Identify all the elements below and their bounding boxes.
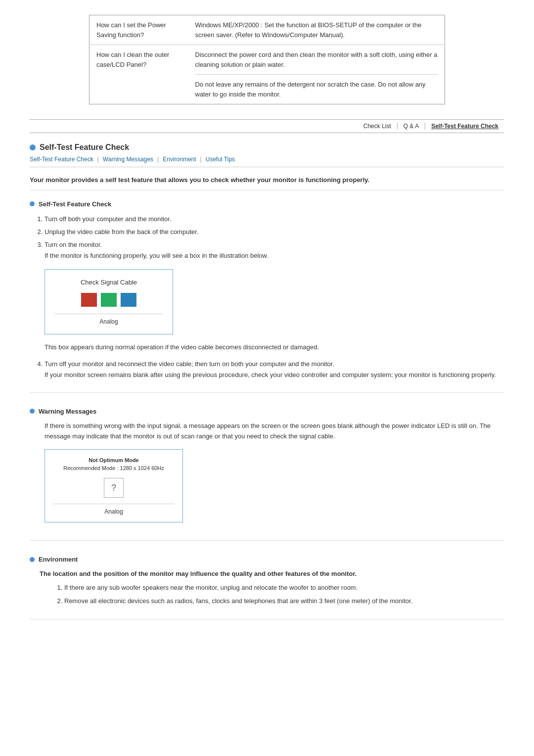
main-section-title: Self-Test Feature Check <box>30 143 504 152</box>
sub-nav-warning[interactable]: Warning Messages <box>103 156 153 163</box>
nav-item-selftest[interactable]: Self-Test Feature Check <box>425 123 504 130</box>
intro-text: Your monitor provides a self test featur… <box>30 175 504 190</box>
signal-box-title: Check Signal Cable <box>55 279 163 286</box>
small-dot-icon <box>30 201 35 206</box>
faq-table: How can I set the Power Saving function?… <box>89 15 445 104</box>
warning-box-footer: Analog <box>53 504 175 515</box>
faq-answer-2: Disconnect the power cord and then clean… <box>188 45 445 104</box>
self-test-steps: Turn off both your computer and the moni… <box>30 214 504 261</box>
signal-box-footer: Analog <box>55 314 163 325</box>
signal-cable-box: Check Signal Cable Analog <box>44 269 173 334</box>
self-test-title: Self-Test Feature Check <box>30 200 504 208</box>
self-test-step4-list: Turn off your monitor and reconnect the … <box>30 359 504 380</box>
blue-block <box>121 293 136 307</box>
warning-title: Warning Messages <box>30 408 504 415</box>
sub-nav-environment[interactable]: Environment <box>163 156 196 163</box>
warning-description: If there is something wrong with the inp… <box>44 421 504 442</box>
faq-question-1: How can I set the Power Saving function? <box>89 15 188 45</box>
signal-note: This box appears during normal operation… <box>44 342 504 353</box>
sub-nav: Self-Test Feature Check | Warning Messag… <box>30 156 504 167</box>
faq-answer-1: Windows ME/XP/2000 : Set the function at… <box>188 15 445 45</box>
warning-mode-box: Not Optimum Mode Recommended Mode : 1280… <box>44 449 183 522</box>
warning-question-mark: ? <box>104 478 124 498</box>
environment-title: Environment <box>30 556 504 563</box>
blue-dot-icon <box>30 144 36 150</box>
red-block <box>81 293 97 307</box>
step-4: Turn off your monitor and reconnect the … <box>44 359 504 380</box>
green-block <box>101 293 117 307</box>
sub-nav-tips[interactable]: Useful Tips <box>206 156 235 163</box>
sep-1: | <box>97 156 99 163</box>
small-dot-icon-3 <box>30 557 35 562</box>
sub-nav-selftest[interactable]: Self-Test Feature Check <box>30 156 93 163</box>
step-1: Turn off both your computer and the moni… <box>44 214 504 225</box>
env-item-2: Remove all electronic devices such as ra… <box>64 596 504 607</box>
step-3: Turn on the monitor. If the monitor is f… <box>44 239 504 261</box>
faq-question-2: How can I clean the outer case/LCD Panel… <box>89 45 188 104</box>
small-dot-icon-2 <box>30 409 35 414</box>
faq-answer-2-extra: Do not leave any remains of the detergen… <box>195 74 438 99</box>
environment-bold: The location and the position of the mon… <box>40 569 504 579</box>
sep-3: | <box>200 156 202 163</box>
sep-2: | <box>157 156 159 163</box>
environment-section: Environment The location and the positio… <box>30 556 504 619</box>
nav-bar: Check List Q & A Self-Test Feature Check <box>30 119 504 133</box>
nav-item-checklist[interactable]: Check List <box>357 123 398 130</box>
env-item-1: If there are any sub woofer speakers nea… <box>64 583 504 593</box>
warning-box-text: Not Optimum Mode Recommended Mode : 1280… <box>53 457 175 472</box>
self-test-section: Self-Test Feature Check Turn off both yo… <box>30 200 504 393</box>
step-2: Unplug the video cable from the back of … <box>44 227 504 237</box>
environment-list: If there are any sub woofer speakers nea… <box>49 583 504 607</box>
warning-section: Warning Messages If there is something w… <box>30 408 504 541</box>
color-blocks <box>55 293 163 307</box>
nav-item-qanda[interactable]: Q & A <box>398 123 425 130</box>
